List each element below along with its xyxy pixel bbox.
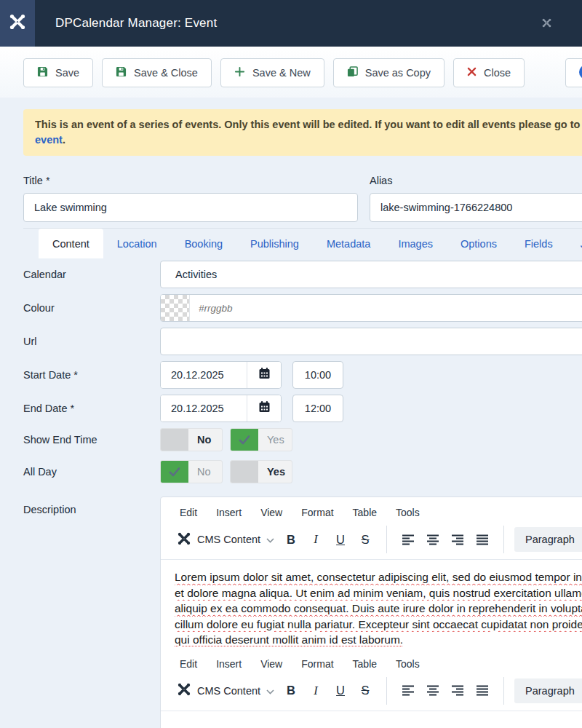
tab-images[interactable]: Images (384, 229, 447, 258)
colour-label: Colour (23, 302, 160, 314)
transparent-swatch-icon[interactable] (161, 295, 190, 321)
strikethrough-button[interactable]: S (353, 527, 378, 552)
joomla-logo-tile[interactable] (0, 0, 35, 47)
tab-j[interactable]: J (567, 229, 582, 258)
save-button[interactable]: Save (23, 58, 93, 87)
help-circle-icon (579, 65, 582, 82)
title-input[interactable] (23, 193, 358, 222)
align-center-button[interactable] (420, 527, 445, 552)
tab-publishing[interactable]: Publishing (236, 229, 313, 258)
end-date-input[interactable] (161, 395, 247, 422)
start-date-input[interactable] (161, 362, 247, 388)
paragraph-style-dropdown[interactable]: Paragraph (514, 527, 582, 552)
joomla-mini-icon (541, 17, 552, 31)
toggle-off-square (161, 428, 188, 451)
tab-fields[interactable]: Fields (511, 229, 567, 258)
calendar-label: Calendar (23, 269, 160, 280)
tab-metadata[interactable]: Metadata (313, 229, 384, 258)
paragraph-style-dropdown[interactable]: Paragraph (514, 678, 582, 703)
justify-button[interactable] (470, 678, 495, 703)
editor-toolbar: CMS Content B I U S (161, 523, 582, 556)
tab-content[interactable]: Content (39, 229, 103, 258)
toolbar-divider (503, 526, 504, 553)
chevron-down-icon (266, 534, 274, 545)
colour-input[interactable] (190, 303, 335, 314)
editor-content[interactable]: Lorem ipsum dolor sit amet, consectetur … (161, 560, 582, 655)
menu-table[interactable]: Table (353, 658, 377, 670)
justify-button[interactable] (470, 527, 495, 552)
editor-text-line: qui officia deserunt mollit anim id est … (175, 632, 582, 648)
end-time-input[interactable] (293, 395, 343, 422)
show-end-time-yes-option[interactable]: Yes (230, 428, 292, 451)
all-day-yes-option[interactable]: Yes (230, 460, 292, 483)
editor-text-line: cillum dolore eu fugiat nulla pariatur. … (175, 617, 582, 633)
underline-button[interactable]: U (328, 527, 353, 552)
menu-insert[interactable]: Insert (216, 658, 242, 670)
align-left-button[interactable] (396, 527, 420, 552)
end-date-calendar-button[interactable] (247, 395, 281, 422)
tab-options[interactable]: Options (447, 229, 511, 258)
menu-edit[interactable]: Edit (180, 507, 197, 518)
save-as-copy-button[interactable]: Save as Copy (333, 58, 445, 87)
toolbar-divider (386, 677, 387, 705)
url-label: Url (23, 336, 160, 347)
tab-bar: Content Location Booking Publishing Meta… (23, 228, 582, 258)
show-end-time-label: Show End Time (23, 434, 160, 446)
menu-view[interactable]: View (260, 507, 282, 518)
description-label: Description (23, 496, 160, 515)
warning-text: This is an event of a series of events. … (35, 117, 582, 132)
menu-format[interactable]: Format (301, 658, 333, 670)
all-day-no-option[interactable]: No (160, 460, 223, 483)
close-icon (467, 67, 477, 79)
menu-tools[interactable]: Tools (396, 658, 420, 670)
editor-menubar: Edit Insert View Format Table Tools (161, 497, 582, 523)
align-right-button[interactable] (445, 527, 470, 552)
show-end-time-no-option[interactable]: No (160, 428, 223, 451)
chevron-down-icon (266, 685, 274, 697)
strikethrough-button[interactable]: S (353, 678, 378, 703)
cms-content-dropdown[interactable]: CMS Content (172, 678, 279, 703)
save-new-button[interactable]: Save & New (220, 58, 324, 87)
bold-button[interactable]: B (279, 527, 303, 552)
editor2-toolbar: CMS Content B I U S (161, 674, 582, 708)
start-date-calendar-button[interactable] (247, 362, 281, 388)
toggle-off-square (231, 460, 258, 483)
action-toolbar: Save Save & Close Save & New Save as Cop… (0, 47, 582, 98)
italic-button[interactable]: I (303, 678, 328, 703)
calendar-icon (259, 401, 270, 416)
save-close-button[interactable]: Save & Close (102, 58, 212, 87)
menu-view[interactable]: View (260, 658, 282, 670)
toolbar-divider (386, 526, 387, 553)
start-date-label: Start Date * (23, 369, 160, 381)
align-left-button[interactable] (396, 678, 420, 703)
editor2-menubar: Edit Insert View Format Table Tools (161, 655, 582, 674)
italic-button[interactable]: I (303, 527, 328, 552)
original-event-link[interactable]: event (35, 134, 63, 146)
tab-location[interactable]: Location (103, 229, 171, 258)
calendar-icon (259, 368, 270, 382)
tab-booking[interactable]: Booking (171, 229, 236, 258)
colour-field (160, 294, 582, 322)
calendar-select[interactable]: Activities (160, 261, 582, 288)
cms-content-dropdown[interactable]: CMS Content (172, 527, 279, 552)
align-right-button[interactable] (445, 678, 470, 703)
url-input[interactable] (160, 328, 582, 355)
bold-button[interactable]: B (279, 678, 303, 703)
title-label: Title * (23, 175, 358, 186)
underline-button[interactable]: U (328, 678, 353, 703)
editor2-content[interactable] (161, 711, 582, 728)
menu-edit[interactable]: Edit (180, 658, 197, 670)
align-center-button[interactable] (420, 678, 445, 703)
close-button[interactable]: Close (453, 58, 525, 87)
help-button[interactable] (565, 58, 582, 87)
app-header: DPCalendar Manager: Event (0, 0, 582, 47)
show-end-time-toggle: No Yes (160, 428, 292, 451)
alias-input[interactable] (370, 193, 582, 222)
start-time-input[interactable] (293, 362, 343, 388)
save-icon (37, 66, 48, 79)
menu-table[interactable]: Table (353, 507, 377, 518)
plus-icon (234, 66, 245, 79)
menu-insert[interactable]: Insert (216, 507, 242, 518)
menu-tools[interactable]: Tools (396, 507, 420, 518)
menu-format[interactable]: Format (301, 507, 333, 518)
